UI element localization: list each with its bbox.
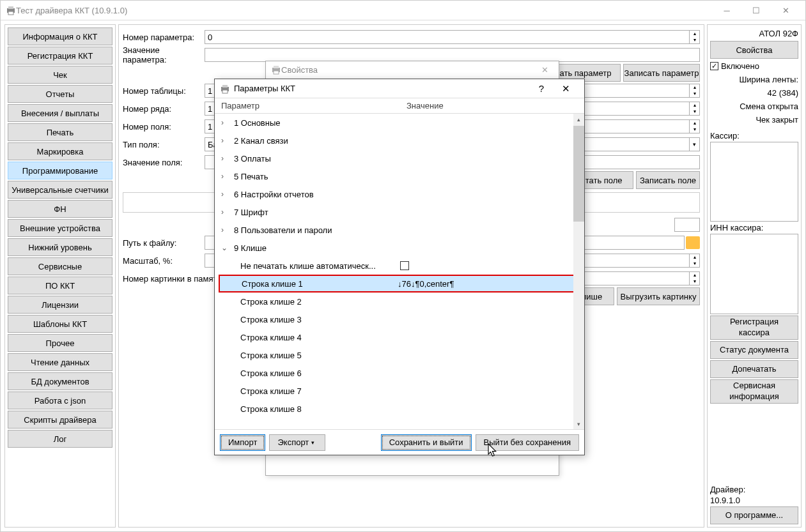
row-spinner[interactable]: ▴▾ [690,102,700,116]
doc-status-button[interactable]: Статус документа [710,341,798,359]
minimize-button[interactable]: ─ [712,1,741,20]
browse-folder-icon[interactable] [686,236,700,249]
about-button[interactable]: О программе... [710,506,798,524]
exit-nosave-button[interactable]: Выйти без сохранения [476,434,580,451]
sidebar: Информация о ККТ Регистрация ККТ Чек Отч… [4,24,116,528]
field-type-dropdown-arrow[interactable]: ▾ [690,137,700,151]
sidebar-item-fn[interactable]: ФН [8,200,112,218]
sidebar-item-read-data[interactable]: Чтение данных [8,353,112,371]
tree-scrollbar[interactable]: ▴ ▾ [573,114,584,429]
sidebar-item-service[interactable]: Сервисные [8,257,112,275]
export-dropdown-icon: ▾ [309,439,317,446]
sidebar-item-cash-inout[interactable]: Внесения / выплаты [8,104,112,122]
cashier-inn-input[interactable] [710,234,798,314]
write-field-button[interactable]: Записать поле [636,171,700,189]
export-button[interactable]: Экспорт ▾ [269,434,325,451]
sidebar-item-programming[interactable]: Программирование [8,162,112,179]
sidebar-item-json-work[interactable]: Работа с json [8,391,112,409]
properties-button[interactable]: Свойства [710,41,798,59]
dialog-bg-title: Свойства [281,65,318,75]
right-panel: АТОЛ 92Ф Свойства ✓ Включено Ширина лент… [707,24,802,528]
scroll-up-icon[interactable]: ▴ [573,114,584,125]
sidebar-item-low-level[interactable]: Нижний уровень [8,238,112,256]
param-value-input[interactable] [205,48,700,62]
tree-group-9[interactable]: ⌄9 Клише [215,239,584,257]
sidebar-item-universal-counters[interactable]: Универсальные счетчики [8,181,112,199]
close-button[interactable]: ✕ [771,1,800,20]
tree-group-6[interactable]: ›6 Настройки отчетов [215,185,584,203]
sidebar-item-log[interactable]: Лог [8,430,112,448]
cliche-row-4[interactable]: Строка клише 4 [215,328,584,346]
sidebar-item-kkt-software[interactable]: ПО ККТ [8,277,112,294]
sidebar-item-kkt-templates[interactable]: Шаблоны ККТ [8,315,112,333]
tree-group-2[interactable]: ›2 Канал связи [215,132,584,149]
param-number-input[interactable]: 0 [205,30,690,44]
device-model: АТОЛ 92Ф [710,27,798,40]
dialog-bg-icon [271,65,281,75]
save-exit-button[interactable]: Сохранить и выйти [381,434,472,451]
sidebar-item-cheque[interactable]: Чек [8,66,112,84]
cliche-row-2[interactable]: Строка клише 2 [215,293,584,310]
file-path-label: Путь к файлу: [123,238,205,248]
cliche-row-3[interactable]: Строка клише 3 [215,310,584,328]
cliche-autoprint-row[interactable]: Не печатать клише автоматическ... [215,257,584,275]
app-icon [6,5,16,15]
scale-label: Масштаб, %: [123,256,205,266]
scroll-thumb[interactable] [573,126,584,222]
sidebar-item-kkt-register[interactable]: Регистрация ККТ [8,47,112,65]
autoprint-checkbox[interactable] [400,261,409,270]
cliche-extra-input[interactable] [674,218,700,232]
cliche-row-8[interactable]: Строка клише 8 [215,400,584,418]
cliche-row-6[interactable]: Строка клише 6 [215,364,584,382]
dialog-close-icon[interactable]: ✕ [553,83,579,95]
table-spinner-1[interactable]: ▴▾ [690,84,700,98]
maximize-button[interactable]: ☐ [741,1,771,20]
cliche-row-1-value: ↓76↓¶0,center¶ [398,279,454,289]
param-tree[interactable]: ›1 Основные ›2 Канал связи ›3 Оплаты ›5 … [215,114,584,429]
sidebar-item-driver-scripts[interactable]: Скрипты драйвера [8,411,112,429]
cliche-row-7[interactable]: Строка клише 7 [215,382,584,400]
cashier-input[interactable] [710,142,798,222]
dialog-title: Параметры ККТ [234,84,295,93]
cliche-row-5[interactable]: Строка клише 5 [215,346,584,364]
tree-header: Параметр Значение [215,98,584,114]
sidebar-item-marking[interactable]: Маркировка [8,142,112,160]
driver-label: Драйвер: [710,485,798,494]
main-titlebar: Тест драйвера ККТ (10.9.1.0) ─ ☐ ✕ [1,1,805,20]
sidebar-item-print[interactable]: Печать [8,123,112,141]
image-memory-label: Номер картинки в памяти [123,274,225,284]
sidebar-item-reports[interactable]: Отчеты [8,85,112,103]
svg-rect-1 [8,6,13,9]
param-number-spinner[interactable]: ▴▾ [690,30,700,44]
tree-group-8[interactable]: ›8 Пользователи и пароли [215,221,584,239]
svg-rect-5 [274,71,279,74]
sidebar-item-kkt-info[interactable]: Информация о ККТ [8,27,112,45]
tape-width-label: Ширина ленты: [710,73,798,86]
register-cashier-button[interactable]: Регистрация кассира [710,315,798,340]
write-param-button[interactable]: Записать параметр [623,64,700,82]
driver-version: 10.9.1.0 [710,496,798,505]
scroll-down-icon[interactable]: ▾ [573,418,584,429]
cliche-row-1[interactable]: Строка клише 1 ↓76↓¶0,center¶ [219,275,580,293]
field-spinner[interactable]: ▴▾ [690,119,700,133]
enabled-checkbox[interactable]: ✓ Включено [710,60,798,72]
reprint-button[interactable]: Допечатать [710,360,798,378]
sidebar-item-external-devices[interactable]: Внешние устройства [8,219,112,237]
dialog-help-icon[interactable]: ? [530,83,553,94]
tree-group-1[interactable]: ›1 Основные [215,114,584,132]
scale-spinner[interactable]: ▴▾ [690,254,700,268]
tree-group-3[interactable]: ›3 Оплаты [215,149,584,167]
import-button[interactable]: Импорт [220,434,265,451]
sidebar-item-other[interactable]: Прочее [8,334,112,352]
kkt-params-dialog: Параметры ККТ ? ✕ Параметр Значение ›1 О… [214,79,585,455]
image-memory-spinner[interactable]: ▴▾ [690,271,700,285]
sidebar-item-licenses[interactable]: Лицензии [8,296,112,314]
header-param: Параметр [221,101,407,110]
sidebar-item-doc-db[interactable]: БД документов [8,372,112,390]
service-info-button[interactable]: Сервисная информация [710,379,798,404]
export-image-button[interactable]: Выгрузить картинку [617,287,700,305]
tree-group-7[interactable]: ›7 Шрифт [215,203,584,221]
tree-group-5[interactable]: ›5 Печать [215,167,584,185]
checkbox-icon: ✓ [710,62,718,70]
dialog-bg-close-icon[interactable]: ✕ [536,65,554,75]
